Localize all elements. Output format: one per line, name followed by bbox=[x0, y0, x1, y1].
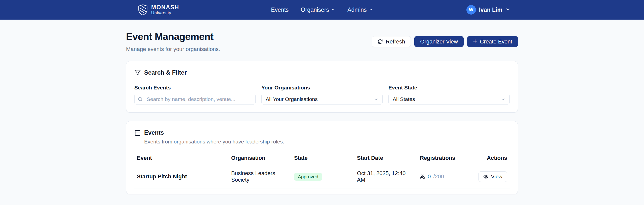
search-events-label: Search Events bbox=[134, 85, 256, 91]
registrations-cell: 0 /200 bbox=[417, 165, 474, 188]
organisation-cell: Business Leaders Society bbox=[229, 165, 292, 188]
search-field-group: Search Events bbox=[134, 85, 256, 105]
monash-logo[interactable]: MONASH University bbox=[138, 4, 179, 16]
header-actions: Actions bbox=[474, 151, 510, 165]
refresh-button[interactable]: Refresh bbox=[372, 36, 411, 47]
start-date-cell: Oct 31, 2025, 12:40 AM bbox=[354, 165, 417, 188]
status-badge: Approved bbox=[294, 173, 322, 181]
chevron-down-icon bbox=[374, 97, 378, 101]
eye-icon bbox=[483, 174, 489, 179]
logo-line2: University bbox=[151, 11, 179, 15]
search-input[interactable] bbox=[134, 94, 256, 105]
create-event-button-label: Create Event bbox=[480, 38, 512, 45]
event-state-label: Event State bbox=[388, 85, 510, 91]
events-table: Event Organisation State Start Date Regi… bbox=[134, 151, 510, 188]
events-card-subtitle: Events from organisations where you have… bbox=[144, 139, 510, 145]
organizer-view-button-label: Organizer View bbox=[420, 38, 458, 45]
registrations-capacity: /200 bbox=[433, 173, 444, 180]
event-state-select-value: All States bbox=[393, 96, 415, 102]
search-filter-card: Search & Filter Search Events Your Organ… bbox=[126, 61, 518, 113]
user-name: Ivan Lim bbox=[479, 7, 502, 13]
refresh-button-label: Refresh bbox=[386, 38, 405, 45]
search-icon bbox=[138, 97, 143, 102]
organisations-label: Your Organisations bbox=[261, 85, 383, 91]
header-state: State bbox=[292, 151, 354, 165]
header-event: Event bbox=[134, 151, 229, 165]
refresh-icon bbox=[378, 39, 383, 44]
chevron-down-icon bbox=[501, 97, 505, 101]
state-cell: Approved bbox=[292, 165, 354, 188]
nav-link-events-label: Events bbox=[271, 7, 289, 13]
monash-shield-icon bbox=[138, 4, 148, 16]
filter-icon bbox=[134, 69, 141, 76]
toolbar: Refresh Organizer View + Create Event bbox=[372, 36, 518, 47]
organisations-field-group: Your Organisations All Your Organisation… bbox=[261, 85, 383, 105]
events-card-title: Events bbox=[144, 129, 164, 136]
chevron-down-icon bbox=[505, 7, 510, 13]
header-organisation: Organisation bbox=[229, 151, 292, 165]
top-navbar: MONASH University Events Organisers Admi… bbox=[0, 0, 644, 20]
event-state-select[interactable]: All States bbox=[388, 94, 510, 105]
page-header: Event Management Manage events for your … bbox=[126, 31, 518, 53]
page-title: Event Management bbox=[126, 31, 220, 42]
events-card: Events Events from organisations where y… bbox=[126, 121, 518, 194]
organizer-view-button[interactable]: Organizer View bbox=[414, 36, 464, 47]
view-button[interactable]: View bbox=[478, 171, 507, 182]
nav-link-admins-label: Admins bbox=[347, 7, 367, 13]
users-icon bbox=[420, 174, 425, 179]
nav-link-admins[interactable]: Admins bbox=[347, 7, 373, 13]
page-subtitle: Manage events for your organisations. bbox=[126, 46, 220, 53]
header-start-date: Start Date bbox=[354, 151, 417, 165]
main-nav: Events Organisers Admins bbox=[271, 7, 373, 13]
avatar: W bbox=[466, 5, 476, 15]
nav-link-organisers-label: Organisers bbox=[301, 7, 329, 13]
actions-cell: View bbox=[474, 165, 510, 188]
chevron-down-icon bbox=[331, 7, 335, 13]
plus-icon: + bbox=[473, 38, 477, 45]
header-registrations: Registrations bbox=[417, 151, 474, 165]
organisations-select[interactable]: All Your Organisations bbox=[261, 94, 383, 105]
create-event-button[interactable]: + Create Event bbox=[467, 36, 518, 47]
chevron-down-icon bbox=[369, 7, 373, 13]
filter-card-title: Search & Filter bbox=[144, 69, 187, 76]
organisations-select-value: All Your Organisations bbox=[266, 96, 318, 102]
logo-line1: MONASH bbox=[151, 5, 179, 10]
monash-logo-text: MONASH University bbox=[151, 5, 179, 15]
nav-link-organisers[interactable]: Organisers bbox=[301, 7, 335, 13]
table-header-row: Event Organisation State Start Date Regi… bbox=[134, 151, 510, 165]
nav-link-events[interactable]: Events bbox=[271, 7, 289, 13]
user-menu[interactable]: W Ivan Lim bbox=[466, 5, 510, 15]
event-state-field-group: Event State All States bbox=[388, 85, 510, 105]
event-name-cell: Startup Pitch Night bbox=[134, 165, 229, 188]
calendar-icon bbox=[134, 129, 141, 136]
registrations-count: 0 bbox=[428, 173, 431, 180]
view-button-label: View bbox=[491, 174, 502, 180]
table-row: Startup Pitch Night Business Leaders Soc… bbox=[134, 165, 510, 188]
